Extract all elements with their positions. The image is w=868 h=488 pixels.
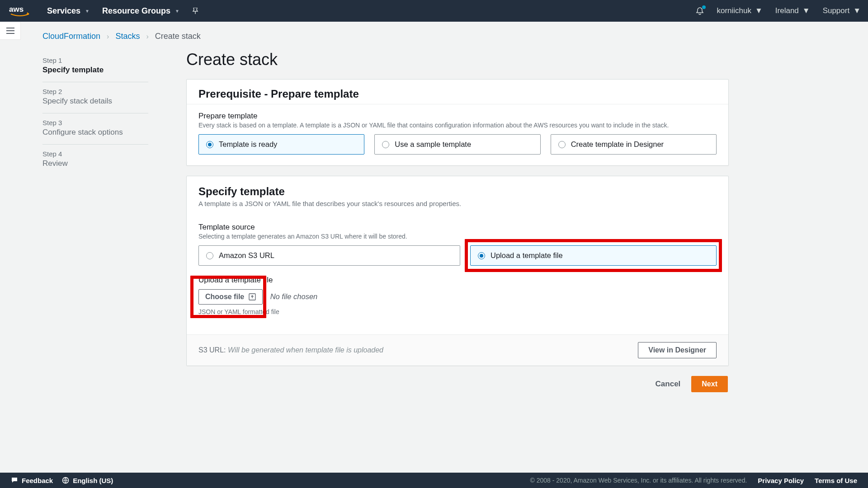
step-name: Review — [42, 159, 148, 168]
cancel-button[interactable]: Cancel — [651, 376, 685, 392]
region-label: Ireland — [775, 6, 799, 15]
chevron-right-icon: › — [107, 33, 109, 41]
panel-heading: Prerequisite - Prepare template — [198, 88, 717, 100]
region-menu[interactable]: Ireland ▼ — [775, 6, 810, 15]
step-4[interactable]: Step 4 Review — [42, 145, 148, 175]
caret-down-icon: ▼ — [175, 9, 179, 14]
sidebar-toggle-box — [0, 22, 21, 40]
services-menu[interactable]: Services ▼ — [47, 6, 90, 16]
language-label: English (US) — [73, 477, 113, 484]
account-name: korniichuk — [717, 6, 751, 15]
no-file-chosen: No file chosen — [270, 292, 318, 300]
hamburger-icon[interactable] — [6, 28, 14, 34]
privacy-policy-link[interactable]: Privacy Policy — [758, 477, 804, 484]
top-nav: aws Services ▼ Resource Groups ▼ korniic… — [0, 0, 868, 22]
radio-label: Use a sample template — [395, 140, 471, 149]
s3-url-pending: Will be generated when template file is … — [228, 346, 383, 354]
feedback-label: Feedback — [22, 477, 53, 484]
choose-file-button[interactable]: Choose file — [198, 289, 263, 305]
step-name: Specify stack details — [42, 97, 148, 106]
radio-icon — [206, 252, 213, 259]
step-number: Step 2 — [42, 88, 148, 95]
step-3[interactable]: Step 3 Configure stack options — [42, 113, 148, 145]
template-source-label: Template source — [198, 223, 717, 232]
breadcrumb-cloudformation[interactable]: CloudFormation — [42, 32, 100, 41]
globe-icon — [62, 477, 69, 484]
services-label: Services — [47, 6, 80, 16]
panel-subheading: A template is a JSON or YAML file that d… — [198, 200, 717, 207]
radio-label: Template is ready — [219, 140, 277, 149]
radio-s3-url[interactable]: Amazon S3 URL — [198, 245, 460, 266]
caret-down-icon: ▼ — [802, 6, 810, 15]
main-content: CloudFormation › Stacks › Create stack S… — [21, 22, 868, 473]
choose-file-label: Choose file — [205, 293, 244, 301]
s3-url-label: S3 URL: — [198, 346, 226, 354]
pin-icon[interactable] — [192, 8, 198, 14]
wizard-actions: Cancel Next — [186, 376, 729, 392]
speech-bubble-icon — [11, 477, 18, 484]
view-in-designer-button[interactable]: View in Designer — [638, 342, 717, 358]
radio-label: Amazon S3 URL — [219, 251, 274, 260]
next-label: Next — [702, 380, 717, 388]
breadcrumb: CloudFormation › Stacks › Create stack — [42, 32, 850, 41]
feedback-link[interactable]: Feedback — [11, 477, 53, 484]
radio-icon — [206, 141, 213, 148]
step-number: Step 1 — [42, 56, 148, 64]
copyright-text: © 2008 - 2020, Amazon Web Services, Inc.… — [530, 477, 747, 484]
wizard-steps: Step 1 Specify template Step 2 Specify s… — [42, 51, 148, 175]
resource-groups-label: Resource Groups — [102, 6, 170, 16]
step-2[interactable]: Step 2 Specify stack details — [42, 82, 148, 113]
file-format-hint: JSON or YAML formatted file — [198, 308, 717, 315]
support-label: Support — [823, 6, 850, 15]
radio-label: Upload a template file — [491, 251, 563, 260]
radio-label: Create template in Designer — [571, 140, 664, 149]
next-button[interactable]: Next — [691, 376, 728, 392]
view-in-designer-label: View in Designer — [648, 346, 706, 354]
upload-file-label: Upload a template file — [198, 276, 717, 285]
footer-bar: Feedback English (US) © 2008 - 2020, Ama… — [0, 473, 868, 488]
aws-logo[interactable]: aws — [9, 5, 31, 17]
terms-of-use-link[interactable]: Terms of Use — [815, 477, 857, 484]
panel-specify-template: Specify template A template is a JSON or… — [186, 176, 729, 366]
radio-sample-template[interactable]: Use a sample template — [374, 134, 540, 155]
notification-dot-icon — [702, 5, 706, 9]
radio-template-ready[interactable]: Template is ready — [198, 134, 364, 155]
radio-icon — [558, 141, 566, 148]
caret-down-icon: ▼ — [85, 9, 90, 14]
notifications-bell[interactable] — [696, 7, 704, 15]
prepare-template-label: Prepare template — [198, 112, 717, 121]
language-selector[interactable]: English (US) — [62, 477, 113, 484]
page-title: Create stack — [186, 50, 729, 69]
step-1[interactable]: Step 1 Specify template — [42, 51, 148, 82]
radio-icon — [478, 252, 485, 259]
upload-icon — [249, 293, 256, 300]
svg-text:aws: aws — [9, 5, 24, 14]
panel-prerequisite: Prerequisite - Prepare template Prepare … — [186, 79, 729, 166]
panel-heading: Specify template — [198, 185, 717, 198]
step-name: Specify template — [42, 66, 148, 75]
account-menu[interactable]: korniichuk ▼ — [717, 6, 762, 15]
step-number: Step 3 — [42, 119, 148, 127]
support-menu[interactable]: Support ▼ — [823, 6, 861, 15]
radio-upload-template[interactable]: Upload a template file — [470, 245, 717, 266]
radio-create-designer[interactable]: Create template in Designer — [551, 134, 717, 155]
resource-groups-menu[interactable]: Resource Groups ▼ — [102, 6, 179, 16]
caret-down-icon: ▼ — [853, 6, 861, 15]
step-number: Step 4 — [42, 150, 148, 158]
breadcrumb-stacks[interactable]: Stacks — [115, 32, 140, 41]
chevron-right-icon: › — [146, 33, 148, 41]
caret-down-icon: ▼ — [755, 6, 763, 15]
radio-icon — [382, 141, 389, 148]
step-name: Configure stack options — [42, 128, 148, 137]
prepare-template-desc: Every stack is based on a template. A te… — [198, 122, 717, 129]
breadcrumb-current: Create stack — [155, 32, 201, 41]
cancel-label: Cancel — [656, 380, 681, 388]
